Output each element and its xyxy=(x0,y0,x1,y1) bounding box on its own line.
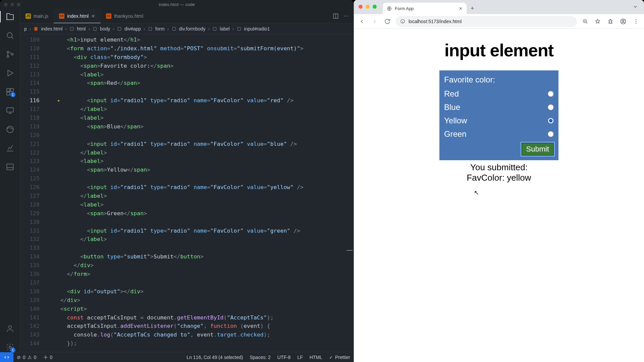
svg-rect-7 xyxy=(7,108,13,112)
editor-tab[interactable]: <>thankyou.html xyxy=(101,9,149,23)
minimap[interactable] xyxy=(350,64,354,352)
forward-button[interactable] xyxy=(370,17,379,26)
svg-point-2 xyxy=(7,56,8,57)
radio-option[interactable]: Green xyxy=(444,127,554,141)
breadcrumb-segment[interactable]: html xyxy=(77,26,86,32)
breadcrumb-segment[interactable]: form xyxy=(155,26,165,32)
svg-rect-4 xyxy=(7,88,10,92)
reload-button[interactable] xyxy=(383,17,392,26)
svg-rect-5 xyxy=(10,88,13,92)
new-tab-button[interactable]: + xyxy=(467,3,478,14)
svg-point-28 xyxy=(636,22,637,23)
svg-rect-19 xyxy=(237,27,240,30)
settings-gear-icon[interactable]: 1 xyxy=(5,343,15,352)
panel-icon[interactable] xyxy=(5,162,15,172)
svg-rect-16 xyxy=(149,27,152,30)
explorer-icon[interactable] xyxy=(5,12,15,21)
browser-tab[interactable]: Form App ✕ xyxy=(383,3,467,14)
breadcrumb-segment[interactable]: p xyxy=(24,26,27,32)
status-encoding[interactable]: UTF-8 xyxy=(274,355,294,360)
chrome-expand-icon[interactable] xyxy=(631,3,639,10)
output-line2: FavColor: yellow xyxy=(354,173,644,183)
max-dot[interactable] xyxy=(373,5,377,9)
radio-label: Red xyxy=(444,89,459,99)
site-info-icon[interactable] xyxy=(400,19,405,24)
radio-label: Green xyxy=(444,129,467,139)
graph-icon[interactable] xyxy=(5,143,15,153)
status-cursor[interactable]: Ln 116, Col 49 (4 selected) xyxy=(183,355,246,360)
code-editor[interactable]: 1091101111121131141151161171181191201211… xyxy=(20,34,354,352)
radio-input[interactable] xyxy=(548,104,554,110)
svg-point-0 xyxy=(7,33,12,38)
editor-tab[interactable]: <>index.html✕ xyxy=(54,9,101,23)
more-icon[interactable]: ⋯ xyxy=(343,13,349,19)
breadcrumb-segment[interactable]: div#app xyxy=(124,26,141,32)
min-dot[interactable] xyxy=(10,3,14,6)
window-controls[interactable] xyxy=(4,3,20,6)
svg-rect-15 xyxy=(118,27,121,30)
run-debug-icon[interactable] xyxy=(5,68,15,78)
radio-input[interactable] xyxy=(548,118,554,124)
extensions-puzzle-icon[interactable] xyxy=(606,17,615,26)
close-dot[interactable] xyxy=(359,5,363,9)
tab-close-icon[interactable]: ✕ xyxy=(91,13,95,19)
zoom-icon[interactable] xyxy=(580,17,590,26)
status-problems[interactable]: ⊘0⚠0 xyxy=(13,355,40,360)
search-icon[interactable] xyxy=(5,31,15,40)
chrome-tabstrip: Form App ✕ + xyxy=(354,0,644,14)
status-spaces[interactable]: Spaces: 2 xyxy=(246,355,274,360)
svg-point-3 xyxy=(11,53,13,55)
account-icon[interactable] xyxy=(5,324,15,333)
svg-rect-13 xyxy=(70,27,73,30)
form-prompt: Favorite color: xyxy=(444,75,554,84)
address-bar[interactable]: localhost:5173/index.html xyxy=(395,16,577,27)
breadcrumb-segment[interactable]: div.formbody xyxy=(179,26,206,32)
page-viewport[interactable]: input element Favorite color: RedBlueYel… xyxy=(354,29,644,362)
min-dot[interactable] xyxy=(366,5,370,9)
radio-option[interactable]: Red xyxy=(444,87,554,101)
svg-point-27 xyxy=(636,21,637,22)
remote-explorer-icon[interactable] xyxy=(5,106,15,115)
copilot-spark-icon[interactable]: ✦ xyxy=(57,96,60,105)
chrome-window: Form App ✕ + localhost:5173/index.html i… xyxy=(354,0,644,362)
status-formatter[interactable]: Prettier xyxy=(326,355,354,360)
source-control-icon[interactable] xyxy=(5,50,15,59)
chrome-window-controls[interactable] xyxy=(359,5,377,9)
output-line1: You submitted: xyxy=(354,162,644,173)
status-eol[interactable]: LF xyxy=(294,355,306,360)
symbol-icon xyxy=(172,26,176,31)
extensions-icon[interactable]: 1 xyxy=(5,87,15,97)
radio-input[interactable] xyxy=(548,131,554,137)
code-content[interactable]: <h1>input element</h1> <form action="./i… xyxy=(47,34,354,352)
editor-tabs: JSmain.js<>index.html✕<>thankyou.html ⋯ xyxy=(20,9,354,23)
symbol-icon xyxy=(148,26,153,31)
editor-tab[interactable]: JSmain.js xyxy=(20,9,54,23)
chrome-menu-icon[interactable] xyxy=(631,17,641,26)
tab-close-icon[interactable]: ✕ xyxy=(459,6,463,11)
breadcrumb-segment[interactable]: label xyxy=(220,26,230,32)
back-button[interactable] xyxy=(357,17,367,26)
breadcrumbs[interactable]: p›index.html›html›body›div#app›form›div.… xyxy=(20,23,354,34)
svg-point-10 xyxy=(8,325,11,328)
status-ports[interactable]: 0 xyxy=(40,355,56,360)
symbol-icon xyxy=(117,26,122,31)
remote-indicator[interactable] xyxy=(0,352,13,362)
split-editor-icon[interactable] xyxy=(333,13,339,19)
form-body: Favorite color: RedBlueYellowGreen Submi… xyxy=(439,70,558,160)
svg-point-20 xyxy=(45,357,46,358)
line-gutter: 1091101111121131141151161171181191201211… xyxy=(20,34,47,352)
breadcrumb-segment[interactable]: input#radio1 xyxy=(244,26,270,32)
svg-rect-17 xyxy=(172,27,175,30)
breadcrumb-segment[interactable]: body xyxy=(100,26,110,32)
status-language[interactable]: HTML xyxy=(306,355,326,360)
bookmark-icon[interactable] xyxy=(593,17,602,26)
edge-icon[interactable] xyxy=(5,125,15,134)
radio-option[interactable]: Blue xyxy=(444,101,554,114)
profile-icon[interactable] xyxy=(619,17,628,26)
breadcrumb-segment[interactable]: index.html xyxy=(41,26,62,32)
submit-button[interactable]: Submit xyxy=(522,143,554,156)
radio-option[interactable]: Yellow xyxy=(444,114,554,127)
radio-input[interactable] xyxy=(548,91,554,97)
max-dot[interactable] xyxy=(17,3,20,6)
close-dot[interactable] xyxy=(4,3,8,6)
